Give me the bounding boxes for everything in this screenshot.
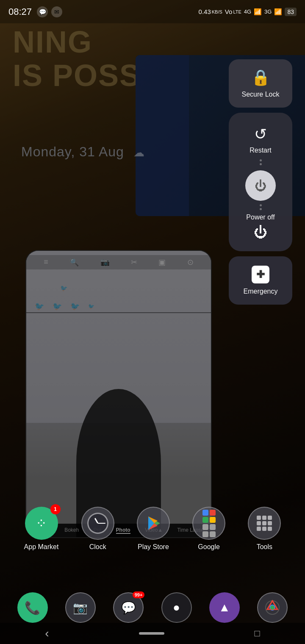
tools-item[interactable]: Tools bbox=[248, 507, 281, 551]
app-market-badge: 1 bbox=[50, 504, 61, 514]
network-speed: 0.43 KB/S bbox=[199, 8, 222, 15]
dock-chrome-button[interactable] bbox=[257, 592, 288, 623]
status-right-icons: 0.43 KB/S VoLTE 4G 📶 3G 📶 83 bbox=[199, 8, 297, 16]
secure-lock-label: Secure Lock bbox=[242, 91, 280, 98]
signal-bars: 📶 bbox=[254, 8, 262, 16]
app-market-dots-icon: ⁘ bbox=[36, 515, 47, 531]
play-store-icon[interactable] bbox=[137, 507, 170, 540]
restart-power-panel: ↺ Restart ⏻ Power off ⏻ bbox=[229, 113, 292, 251]
messages-icon: 💬 bbox=[121, 601, 136, 615]
secure-lock-button[interactable]: 🔒 Secure Lock bbox=[229, 59, 292, 108]
nav-home-button[interactable] bbox=[139, 632, 164, 635]
nav-recents-button[interactable]: □ bbox=[254, 628, 260, 639]
app-market-label: App Market bbox=[24, 543, 59, 551]
messages-badge: 99+ bbox=[133, 591, 145, 598]
refresh-icon: ↺ bbox=[254, 125, 267, 143]
3g-indicator: 3G bbox=[264, 8, 272, 15]
emergency-button[interactable]: ✚ Emergency bbox=[229, 256, 292, 305]
clock-item[interactable]: Clock bbox=[81, 507, 114, 551]
messages-icon: ✉ bbox=[51, 6, 62, 17]
divider-dots-2 bbox=[260, 203, 262, 212]
nav-back-button[interactable]: ‹ bbox=[45, 627, 49, 640]
phone-icon: 📞 bbox=[25, 600, 40, 615]
power-menu: 🔒 Secure Lock ↺ Restart ⏻ Power off ⏻ ✚ … bbox=[229, 59, 292, 305]
power-button-circle[interactable]: ⏻ bbox=[245, 170, 276, 201]
play-store-item[interactable]: Play Store bbox=[137, 507, 170, 551]
status-time: 08:27 bbox=[8, 6, 32, 17]
restart-section[interactable]: ↺ Restart bbox=[229, 121, 292, 158]
app-market-icon[interactable]: ⁘ 1 bbox=[25, 507, 58, 540]
notification-icons: 💬 ✉ bbox=[37, 6, 62, 17]
power-off-section[interactable]: Power off ⏻ bbox=[229, 212, 292, 244]
signal-bars-2: 📶 bbox=[274, 8, 282, 16]
chrome-icon bbox=[265, 600, 280, 615]
clock-hand-min bbox=[98, 523, 105, 524]
bottom-app-area: ⁘ 1 App Market Clock Play Store bbox=[13, 507, 292, 551]
play-store-label: Play Store bbox=[138, 543, 169, 551]
status-bar: 08:27 💬 ✉ 0.43 KB/S VoLTE 4G 📶 3G 📶 83 bbox=[0, 0, 305, 23]
emergency-label: Emergency bbox=[244, 288, 278, 295]
tools-icon[interactable] bbox=[248, 507, 281, 540]
dock-camera-button[interactable]: 📷 bbox=[65, 592, 96, 623]
whatsapp-icon: 💬 bbox=[37, 6, 48, 17]
4g-indicator: 4G bbox=[244, 8, 251, 15]
bottom-dock: 📞 📷 💬 99+ ● ▲ bbox=[8, 592, 297, 623]
power-off-label: Power off bbox=[246, 214, 274, 221]
svg-point-6 bbox=[270, 605, 274, 610]
emergency-plus-icon: ✚ bbox=[252, 266, 269, 283]
app-market-item[interactable]: ⁘ 1 App Market bbox=[24, 507, 59, 551]
adventure-icon: ▲ bbox=[219, 601, 230, 614]
tools-label: Tools bbox=[257, 543, 272, 551]
clock-icon[interactable] bbox=[81, 507, 114, 540]
power-circle-icon: ⏻ bbox=[255, 179, 266, 193]
power-off-icon: ⏻ bbox=[254, 225, 267, 240]
google-item[interactable]: Google bbox=[192, 507, 225, 551]
google-icon[interactable] bbox=[192, 507, 225, 540]
lock-icon: 🔒 bbox=[251, 69, 270, 86]
restart-label: Restart bbox=[250, 147, 272, 154]
divider-dots bbox=[260, 158, 262, 167]
google-label: Google bbox=[198, 543, 220, 551]
nav-bar: ‹ □ bbox=[0, 623, 305, 644]
dock-messages-button[interactable]: 💬 99+ bbox=[113, 592, 144, 623]
battery-indicator: 83 bbox=[285, 8, 297, 16]
capture-icon: ● bbox=[173, 601, 180, 614]
play-store-logo bbox=[145, 515, 162, 532]
camera-icon: 📷 bbox=[73, 601, 88, 615]
dock-phone-button[interactable]: 📞 bbox=[17, 592, 48, 623]
dock-adventure-button[interactable]: ▲ bbox=[209, 592, 240, 623]
dock-capture-button[interactable]: ● bbox=[161, 592, 192, 623]
clock-face bbox=[87, 513, 108, 534]
google-apps-cluster bbox=[201, 508, 217, 539]
volte-indicator: VoLTE bbox=[225, 8, 241, 15]
clock-label: Clock bbox=[89, 543, 106, 551]
tools-apps-cluster bbox=[255, 514, 274, 533]
